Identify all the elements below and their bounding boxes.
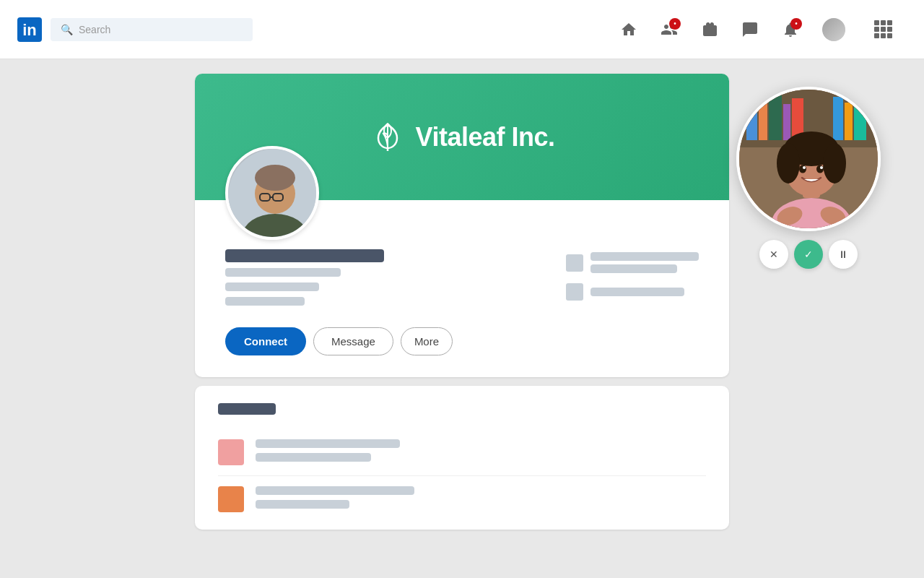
profile-info-left [225,249,384,306]
svg-point-30 [820,166,823,169]
svg-rect-14 [759,100,767,140]
decline-call-button[interactable]: ✕ [759,240,788,269]
nav-messaging[interactable] [733,17,767,43]
svg-point-27 [799,165,806,173]
messaging-icon [741,21,759,38]
activity-lines-2 [256,486,706,509]
message-button[interactable]: Message [313,327,393,355]
svg-rect-13 [746,97,757,140]
profile-name-bar [225,249,384,262]
nav-work[interactable] [860,10,907,48]
activity-bar-1b [256,453,371,462]
home-icon [620,21,637,38]
stat-bar-2a [590,288,684,296]
activity-item-2 [218,476,706,512]
stat-lines-1 [590,252,699,273]
profile-card: Vitaleaf Inc. [195,74,729,377]
activity-thumb-2 [218,486,244,512]
avatar [822,18,845,41]
stat-icon-1 [566,254,583,272]
navbar: in 🔍 Search • • [0,0,924,59]
svg-text:in: in [22,21,37,39]
svg-point-28 [816,165,824,173]
svg-point-26 [823,143,846,184]
svg-rect-16 [783,104,790,140]
video-controls: ✕ ✓ ⏸ [759,240,858,269]
company-logo-area: Vitaleaf Inc. [370,119,555,155]
video-call-widget: ✕ ✓ ⏸ [736,87,881,269]
activity-lines-1 [256,439,706,462]
activity-item-1 [218,429,706,476]
profile-actions: Connect Message More [225,327,699,355]
search-icon: 🔍 [61,24,73,35]
jobs-icon [701,21,718,38]
grid-icon [868,14,898,44]
nav-home[interactable] [611,17,646,43]
activity-bar-2a [256,486,414,495]
pause-call-button[interactable]: ⏸ [829,240,858,269]
network-badge: • [669,18,681,30]
nav-icons: • • [611,10,907,48]
search-box[interactable]: 🔍 Search [51,18,253,41]
activity-card [195,386,729,530]
profile-avatar [225,146,319,240]
vitaleaf-logo-icon [370,119,406,155]
profile-title-bar [225,268,341,277]
nav-me[interactable] [814,14,854,46]
stat-lines-2 [590,288,684,296]
svg-rect-20 [854,94,866,140]
activity-title-bar [218,403,276,415]
nav-jobs[interactable] [692,17,727,43]
svg-point-29 [803,166,806,169]
linkedin-logo-icon: in [17,17,42,42]
video-person-image [739,90,881,231]
svg-point-25 [777,143,800,184]
activity-thumb-1 [218,439,244,465]
nav-network[interactable]: • [652,17,687,43]
stat-row-1 [566,252,699,273]
accept-call-button[interactable]: ✓ [794,240,823,269]
profile-banner: Vitaleaf Inc. [195,74,729,200]
profile-stats [566,249,699,320]
search-input-label: Search [79,24,110,35]
activity-bar-1a [256,439,400,448]
svg-point-5 [255,165,295,191]
video-circle [736,87,881,231]
stat-bar-1b [590,264,677,273]
connect-button[interactable]: Connect [225,327,306,355]
nav-notifications[interactable]: • [773,17,808,43]
stat-row-2 [566,283,699,301]
more-button[interactable]: More [401,327,453,355]
notifications-badge: • [790,18,802,30]
svg-rect-19 [845,103,853,140]
stat-bar-1a [590,252,699,261]
center-column: Vitaleaf Inc. [195,74,729,564]
svg-rect-18 [833,97,843,140]
profile-subtitle-bar [225,282,319,291]
activity-bar-2b [256,500,349,509]
profile-card-inner: Vitaleaf Inc. [195,74,729,377]
profile-location-bar [225,297,305,306]
svg-rect-15 [769,95,782,140]
stat-icon-2 [566,283,583,301]
company-name: Vitaleaf Inc. [416,122,555,152]
